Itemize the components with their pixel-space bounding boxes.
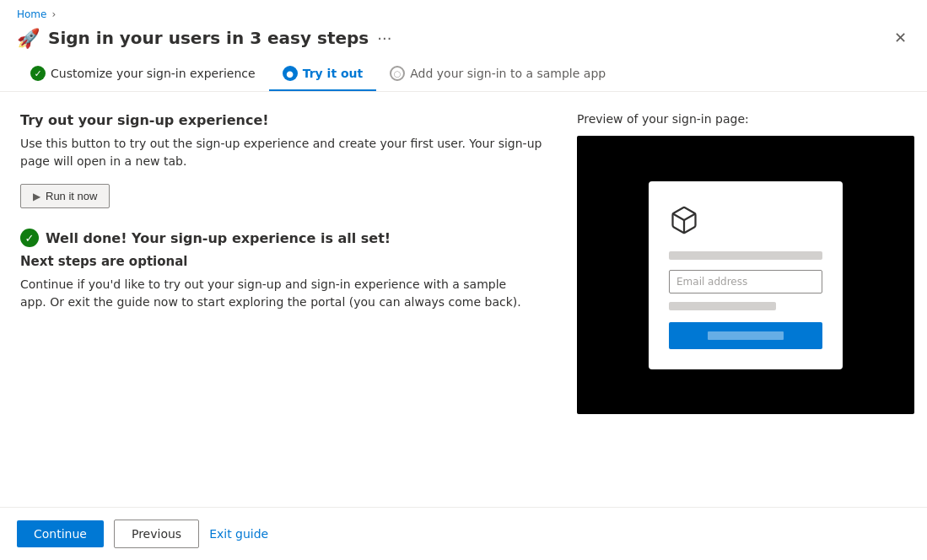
well-done-row: ✓ Well done! Your sign-up experience is … xyxy=(20,229,543,247)
signin-bar-top xyxy=(669,251,822,260)
signin-card-logo xyxy=(669,205,822,238)
signin-button-inner xyxy=(708,331,784,340)
close-button[interactable]: ✕ xyxy=(891,27,910,49)
play-icon: ▶ xyxy=(33,191,40,202)
step2-active-icon: ● xyxy=(283,66,298,81)
previous-button[interactable]: Previous xyxy=(114,520,199,548)
well-done-title: Well done! Your sign-up experience is al… xyxy=(46,230,391,246)
step1-check-icon: ✓ xyxy=(30,66,46,81)
signin-bar-bottom xyxy=(669,302,776,310)
run-it-now-button[interactable]: ▶ Run it now xyxy=(20,184,110,208)
page-title: Sign in your users in 3 easy steps xyxy=(48,28,369,48)
tab-step2[interactable]: ● Try it out xyxy=(269,59,377,91)
exit-guide-button[interactable]: Exit guide xyxy=(209,527,268,541)
step2-label: Try it out xyxy=(303,67,364,80)
next-steps-title: Next steps are optional xyxy=(20,254,543,269)
next-steps-desc: Continue if you'd like to try out your s… xyxy=(20,276,526,311)
rocket-icon: 🚀 xyxy=(17,28,40,49)
breadcrumb: Home › xyxy=(17,8,910,20)
step1-label: Customize your sign-in experience xyxy=(51,67,256,80)
preview-container: Email address xyxy=(577,136,914,414)
footer: Continue Previous Exit guide xyxy=(0,507,927,560)
continue-button[interactable]: Continue xyxy=(17,520,104,547)
signin-button-preview xyxy=(669,322,822,349)
section-title: Try out your sign-up experience! xyxy=(20,112,543,128)
tab-step1[interactable]: ✓ Customize your sign-in experience xyxy=(17,59,269,91)
signin-email-field: Email address xyxy=(669,270,822,293)
step3-inactive-icon: ○ xyxy=(390,66,405,81)
breadcrumb-separator: › xyxy=(51,8,56,20)
breadcrumb-home[interactable]: Home xyxy=(17,8,46,20)
more-options-icon[interactable]: ··· xyxy=(377,30,391,47)
signin-card-preview: Email address xyxy=(649,181,843,369)
section-desc: Use this button to try out the sign-up e… xyxy=(20,135,543,170)
steps-tabs: ✓ Customize your sign-in experience ● Tr… xyxy=(17,59,910,91)
tab-step3[interactable]: ○ Add your sign-in to a sample app xyxy=(376,59,619,91)
run-btn-label: Run it now xyxy=(46,190,97,202)
step3-label: Add your sign-in to a sample app xyxy=(410,67,606,80)
preview-label: Preview of your sign-in page: xyxy=(577,112,914,126)
box-icon xyxy=(669,205,699,235)
success-check-icon: ✓ xyxy=(20,229,39,247)
